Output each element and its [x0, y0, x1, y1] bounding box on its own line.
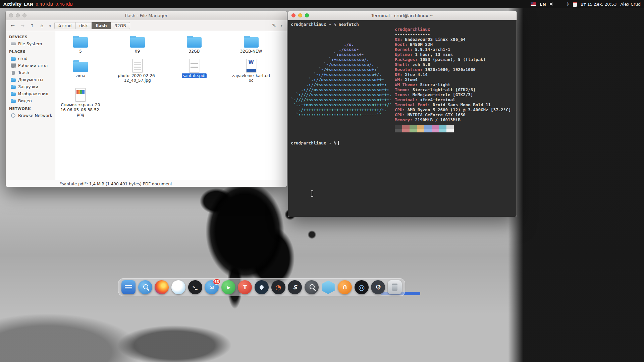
- breadcrumb-item[interactable]: ⌂ flash: [92, 22, 111, 29]
- breadcrumb-item[interactable]: ⌂ disk: [75, 22, 92, 29]
- neofetch-info-line: Kernel: 5.9.14-arch1-1: [395, 47, 511, 52]
- file-item[interactable]: 5: [57, 35, 104, 54]
- sidebar-item[interactable]: Загрузки: [6, 83, 55, 90]
- sidebar-item[interactable]: Trash: [6, 69, 55, 76]
- up-button[interactable]: ↑: [28, 22, 37, 29]
- file-label: 09: [135, 49, 140, 54]
- dock-icon-camera-lens[interactable]: ◎: [355, 280, 369, 294]
- info-label: DE:: [395, 72, 402, 77]
- dock-icon-t-app[interactable]: T: [238, 280, 252, 294]
- clock[interactable]: Вт 15 дек, 20:53: [581, 2, 617, 7]
- dock-icon-file-search[interactable]: [305, 280, 319, 294]
- dock-icon-app-finder[interactable]: [138, 280, 152, 294]
- info-value: Xfce 4.14: [402, 72, 428, 77]
- dock-icon-s-app[interactable]: S: [288, 280, 302, 294]
- dock-icon-glyph: [310, 284, 315, 289]
- file-label: santafe.pdf: [182, 73, 207, 78]
- shell-prompt: crud@archlinux ~ %: [291, 22, 336, 27]
- user-menu[interactable]: Alex Crud: [620, 2, 641, 7]
- dock-icon-firefox[interactable]: [155, 280, 169, 294]
- file-icon: [186, 35, 202, 48]
- forward-button[interactable]: →: [18, 22, 27, 29]
- sidebar-item-label: Изображения: [18, 91, 48, 96]
- chevron-left-icon[interactable]: ◂: [47, 23, 52, 28]
- sidebar-item-label: Рабочий стол: [18, 63, 48, 68]
- dock-icon-mail[interactable]: ✉ 63: [205, 280, 219, 294]
- activity-menu-button[interactable]: Activity: [3, 2, 21, 7]
- neofetch-info: crud@archlinux -------------- OS: Endeav…: [395, 27, 511, 132]
- sidebar-item[interactable]: File System: [6, 40, 55, 47]
- window-controls: [6, 13, 26, 17]
- info-value: 1 hour, 13 mins: [413, 52, 453, 57]
- volume-icon[interactable]: [550, 2, 554, 6]
- sidebar-item[interactable]: Документы: [6, 76, 55, 83]
- dock-icon-trash[interactable]: [388, 280, 402, 294]
- sidebar-item-icon: [11, 98, 16, 103]
- dock-icon-settings[interactable]: ⚙: [371, 280, 385, 294]
- info-value: zsh 5.8: [410, 62, 430, 67]
- sidebar-header-places: PLACES: [6, 47, 55, 55]
- maximize-icon[interactable]: [305, 13, 309, 17]
- neofetch-info-line: Packages: 1053 (pacman), 5 (flatpak): [395, 57, 511, 62]
- dock-icon-package-manager[interactable]: [321, 280, 335, 294]
- info-label: Icons:: [395, 92, 410, 97]
- file-view[interactable]: 5 09 32GB: [55, 31, 287, 180]
- neofetch-output: ./o. ./sssso- `:osssssss+- `:+ssssssssss…: [291, 27, 514, 132]
- dock-icon-terminal[interactable]: >_: [188, 280, 202, 294]
- notification-badge: 63: [213, 279, 220, 285]
- back-button[interactable]: ←: [8, 22, 17, 29]
- bluetooth-icon[interactable]: ᛒ: [567, 2, 569, 6]
- info-value: B450M S2H: [408, 42, 433, 47]
- maximize-icon[interactable]: [22, 13, 26, 17]
- dock-icon-file-manager[interactable]: [121, 280, 136, 294]
- sidebar-item[interactable]: crud: [6, 55, 55, 62]
- minimize-icon[interactable]: [298, 13, 302, 17]
- keyboard-layout-flag-icon[interactable]: [531, 2, 536, 6]
- neofetch-info-line: DE: Xfce 4.14: [395, 72, 511, 77]
- breadcrumb-label: 32GB: [115, 23, 126, 28]
- file-item[interactable]: photo_2020-02-26_12_40_57.jpg: [114, 59, 161, 83]
- neofetch-info-line: Host: B450M S2H: [395, 42, 511, 47]
- dock-icon-system-monitor[interactable]: ◔: [271, 280, 285, 294]
- window-title: Terminal - crud@archlinux:~: [288, 13, 517, 18]
- file-item[interactable]: 32GB: [171, 35, 217, 54]
- neofetch-info-line: Theme: Sierra-light-alt [GTK2/3]: [395, 87, 511, 92]
- file-item[interactable]: 32GB-NEW: [228, 35, 274, 54]
- sidebar: DEVICES File System PLACES: [6, 31, 55, 180]
- breadcrumb-item[interactable]: ⌂ crud: [54, 22, 76, 29]
- file-icon: [73, 59, 88, 72]
- palette-swatch: [417, 129, 424, 132]
- sidebar-item[interactable]: Изображения: [6, 90, 55, 97]
- terminal-titlebar[interactable]: Terminal - crud@archlinux:~: [288, 11, 517, 20]
- file-item[interactable]: Снимок экрана_2016-06-05_06-38-52.png: [57, 88, 104, 117]
- close-icon[interactable]: [9, 13, 13, 17]
- edit-path-icon[interactable]: ✎: [270, 22, 278, 29]
- desktop-wallpaper[interactable]: Activity LAN 0,40 KiB 0,46 KiB EN ᛒ Вт 1…: [0, 0, 644, 362]
- chevron-right-icon[interactable]: ▸: [279, 23, 284, 28]
- file-label: 32GB: [189, 49, 200, 54]
- file-item[interactable]: 09: [114, 35, 161, 54]
- dock-icon-music[interactable]: ∩: [338, 280, 352, 294]
- sidebar-places-list: crud Рабочий стол Trash: [6, 55, 55, 104]
- sidebar-item[interactable]: Видео: [6, 97, 55, 104]
- wifi-icon[interactable]: [558, 2, 563, 6]
- dock-icon-glyph: ◔: [275, 283, 281, 291]
- sidebar-item[interactable]: Browse Network: [6, 112, 55, 119]
- palette-swatch: [439, 129, 446, 132]
- minimize-icon[interactable]: [16, 13, 20, 17]
- neofetch-info-line: Uptime: 1 hour, 13 mins: [395, 52, 511, 57]
- keyboard-layout-label[interactable]: EN: [540, 2, 546, 7]
- file-manager-titlebar[interactable]: flash - File Manager: [6, 11, 287, 20]
- dock-icon-browser[interactable]: [171, 280, 185, 294]
- calendar-icon[interactable]: [573, 2, 577, 7]
- breadcrumb-item[interactable]: ⌂ 32GB: [111, 22, 130, 29]
- terminal-content[interactable]: crud@archlinux ~ %neofetch ./o. ./sssso-…: [288, 20, 517, 217]
- close-icon[interactable]: [291, 13, 296, 17]
- file-item[interactable]: zima: [57, 59, 104, 83]
- dock-icon-water-drop-app[interactable]: [255, 280, 269, 294]
- file-item[interactable]: santafe.pdf: [171, 59, 217, 83]
- home-button[interactable]: ⌂: [38, 22, 46, 29]
- sidebar-item[interactable]: Рабочий стол: [6, 62, 55, 69]
- file-item[interactable]: zayavlenie_karta.doc: [228, 59, 274, 83]
- dock-icon-media-player[interactable]: ▶: [221, 280, 235, 294]
